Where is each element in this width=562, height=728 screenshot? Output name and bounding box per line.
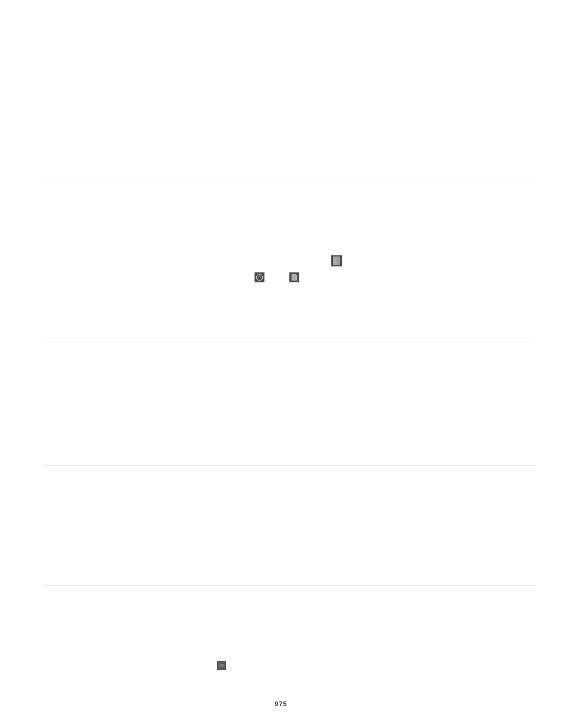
paper-icon: [289, 272, 299, 282]
horizontal-rule: [42, 465, 535, 466]
svg-rect-1: [337, 257, 340, 265]
svg-rect-0: [333, 257, 336, 265]
circle-icon: [254, 272, 265, 282]
book-icon: [331, 255, 342, 266]
horizontal-rule: [42, 338, 535, 338]
list-icon: [217, 661, 226, 670]
horizontal-rule: [42, 179, 535, 179]
horizontal-rule: [42, 585, 535, 586]
page-number: 975: [0, 700, 562, 707]
svg-point-3: [256, 274, 263, 281]
